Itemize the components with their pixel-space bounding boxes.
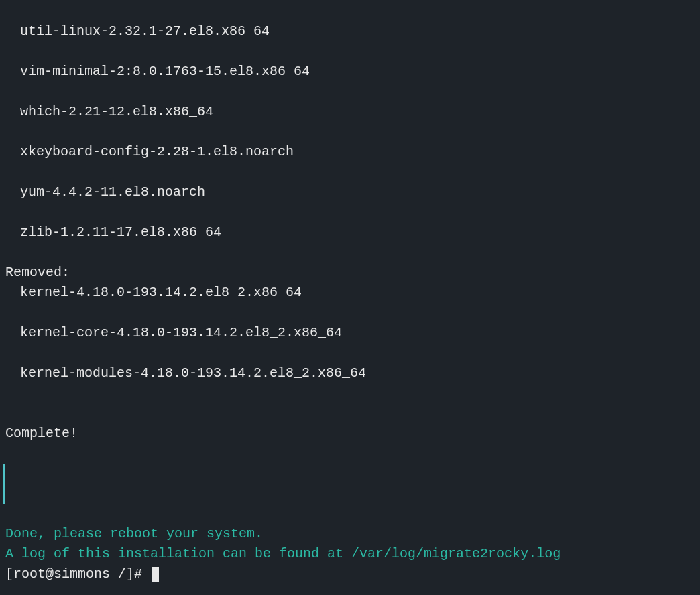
package-line: which-2.21-12.el8.x86_64 bbox=[3, 102, 697, 122]
blank-line bbox=[3, 303, 697, 323]
log-message: A log of this installation can be found … bbox=[3, 544, 697, 564]
package-line: zlib-1.2.11-17.el8.x86_64 bbox=[3, 222, 697, 243]
prompt-text: [root@simmons /]# bbox=[5, 564, 150, 584]
blank-line bbox=[3, 343, 697, 363]
blank-line bbox=[3, 42, 697, 62]
package-line: yum-4.4.2-11.el8.noarch bbox=[3, 182, 697, 202]
removed-header: Removed: bbox=[3, 263, 697, 283]
blank-line bbox=[3, 162, 697, 182]
blank-line bbox=[3, 504, 697, 524]
blank-line bbox=[3, 1, 697, 21]
blank-line bbox=[3, 82, 697, 102]
removed-package-line: kernel-4.18.0-193.14.2.el8_2.x86_64 bbox=[3, 283, 697, 303]
package-line: vim-minimal-2:8.0.1763-15.el8.x86_64 bbox=[3, 62, 697, 82]
cursor bbox=[152, 567, 159, 582]
package-line: util-linux-2.32.1-27.el8.x86_64 bbox=[3, 21, 697, 42]
removed-package-line: kernel-core-4.18.0-193.14.2.el8_2.x86_64 bbox=[3, 323, 697, 343]
package-line: xkeyboard-config-2.28-1.el8.noarch bbox=[3, 142, 697, 162]
blank-line bbox=[3, 243, 697, 263]
accent-bar bbox=[3, 464, 697, 504]
blank-line bbox=[3, 202, 697, 222]
done-message: Done, please reboot your system. bbox=[3, 524, 697, 544]
blank-line bbox=[3, 403, 697, 423]
blank-line bbox=[3, 122, 697, 142]
shell-prompt[interactable]: [root@simmons /]# bbox=[3, 564, 697, 584]
removed-package-line: kernel-modules-4.18.0-193.14.2.el8_2.x86… bbox=[3, 363, 697, 383]
complete-message: Complete! bbox=[3, 423, 697, 444]
blank-line bbox=[3, 383, 697, 403]
terminal-window[interactable]: util-linux-2.32.1-27.el8.x86_64 vim-mini… bbox=[0, 0, 700, 595]
